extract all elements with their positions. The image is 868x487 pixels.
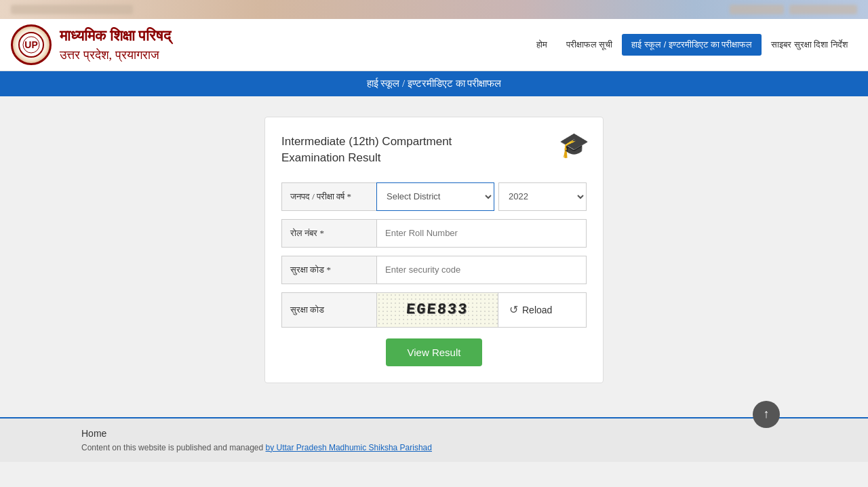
top-blurred-bar — [0, 0, 868, 19]
captcha-image: EGE833 — [376, 292, 498, 328]
security-label: सुरक्षा कोड * — [281, 256, 376, 284]
roll-label: रोल नंबर * — [281, 219, 376, 248]
scroll-top-button[interactable]: ↑ — [753, 401, 780, 428]
nav-cyber-security[interactable]: साइबर सुरक्षा दिशा निर्देश — [762, 34, 857, 56]
nav-home[interactable]: होम — [527, 34, 557, 56]
footer-content: Content on this website is published and… — [81, 443, 787, 452]
year-select[interactable]: 2022 2021 2020 2019 — [498, 182, 587, 211]
nav-links: होम परीक्षाफल सूची हाई स्कूल / इण्टरमीडि… — [527, 34, 857, 56]
nav-high-school[interactable]: हाई स्कूल / इण्टरमीडिएट का परीक्षाफल — [622, 34, 762, 56]
security-input[interactable] — [376, 256, 587, 284]
district-select[interactable]: Select District — [376, 182, 494, 211]
graduation-icon: 🎓 — [559, 131, 589, 159]
logo-section: UP माध्यमिक शिक्षा परिषद् उत्तर प्रदेश, … — [11, 24, 171, 65]
roll-row: रोल नंबर * — [281, 219, 587, 248]
logo-line2: उत्तर प्रदेश, प्रयागराज — [60, 47, 171, 64]
view-result-button[interactable]: View Result — [386, 338, 483, 366]
captcha-label: सुरक्षा कोड — [281, 292, 376, 328]
logo-emblem: UP — [11, 24, 52, 65]
header: UP माध्यमिक शिक्षा परिषद् उत्तर प्रदेश, … — [0, 19, 868, 71]
footer-home-link[interactable]: Home — [81, 428, 787, 439]
footer-wrapper: Home Content on this website is publishe… — [0, 417, 868, 462]
reload-button[interactable]: ↺ Reload — [498, 292, 587, 328]
footer-link[interactable]: by Uttar Pradesh Madhumic Shiksha Parish… — [266, 443, 432, 452]
footer: Home Content on this website is publishe… — [0, 417, 868, 462]
captcha-row: सुरक्षा कोड EGE833 ↺ Reload — [281, 292, 587, 328]
svg-text:UP: UP — [24, 39, 37, 50]
captcha-text: EGE833 — [406, 301, 469, 318]
district-label: जनपद / परीक्षा वर्ष * — [281, 182, 376, 211]
district-row: जनपद / परीक्षा वर्ष * Select District 20… — [281, 182, 587, 211]
form-card: Intermediate (12th) Compartment Examinat… — [264, 117, 604, 383]
top-bar-text-2 — [730, 5, 784, 14]
roll-input[interactable] — [376, 219, 587, 248]
blue-banner: हाई स्कूल / इण्टरमीडिएट का परीक्षाफल — [0, 71, 868, 96]
logo-line1: माध्यमिक शिक्षा परिषद् — [60, 26, 171, 47]
main-content: Intermediate (12th) Compartment Examinat… — [0, 96, 868, 404]
security-code-row: सुरक्षा कोड * — [281, 256, 587, 284]
reload-icon: ↺ — [509, 303, 518, 316]
logo-text: माध्यमिक शिक्षा परिषद् उत्तर प्रदेश, प्र… — [60, 26, 171, 64]
top-bar-text-3 — [789, 5, 857, 14]
form-title: Intermediate (12th) Compartment Examinat… — [281, 134, 587, 166]
nav-result-list[interactable]: परीक्षाफल सूची — [557, 34, 623, 56]
top-bar-text-1 — [11, 5, 133, 14]
reload-label: Reload — [522, 305, 552, 315]
